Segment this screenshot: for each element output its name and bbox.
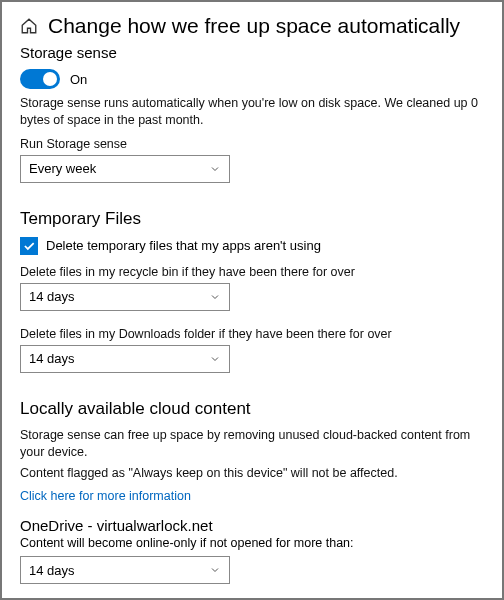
chevron-down-icon (209, 353, 221, 365)
onedrive-title: OneDrive - virtualwarlock.net (20, 517, 484, 534)
recycle-bin-select[interactable]: 14 days (20, 283, 230, 311)
cloud-content-heading: Locally available cloud content (20, 399, 484, 419)
more-information-link[interactable]: Click here for more information (20, 489, 191, 503)
storage-sense-description: Storage sense runs automatically when yo… (20, 95, 484, 129)
downloads-value: 14 days (29, 351, 75, 366)
run-storage-sense-select[interactable]: Every week (20, 155, 230, 183)
run-storage-sense-value: Every week (29, 161, 96, 176)
recycle-bin-label: Delete files in my recycle bin if they h… (20, 265, 484, 279)
onedrive-description: Content will become online-only if not o… (20, 536, 484, 550)
run-storage-sense-label: Run Storage sense (20, 137, 484, 151)
storage-sense-toggle-label: On (70, 72, 87, 87)
onedrive-select[interactable]: 14 days (20, 556, 230, 584)
chevron-down-icon (209, 163, 221, 175)
page-title: Change how we free up space automaticall… (48, 14, 460, 38)
storage-sense-toggle[interactable] (20, 69, 60, 89)
home-icon[interactable] (20, 17, 38, 35)
recycle-bin-value: 14 days (29, 289, 75, 304)
delete-temp-files-checkbox[interactable] (20, 237, 38, 255)
downloads-select[interactable]: 14 days (20, 345, 230, 373)
temporary-files-heading: Temporary Files (20, 209, 484, 229)
chevron-down-icon (209, 564, 221, 576)
onedrive-value: 14 days (29, 563, 75, 578)
chevron-down-icon (209, 291, 221, 303)
cloud-content-line2: Content flagged as "Always keep on this … (20, 465, 484, 482)
storage-sense-heading: Storage sense (20, 44, 484, 61)
downloads-label: Delete files in my Downloads folder if t… (20, 327, 484, 341)
delete-temp-files-label: Delete temporary files that my apps aren… (46, 238, 321, 253)
cloud-content-line1: Storage sense can free up space by remov… (20, 427, 484, 461)
